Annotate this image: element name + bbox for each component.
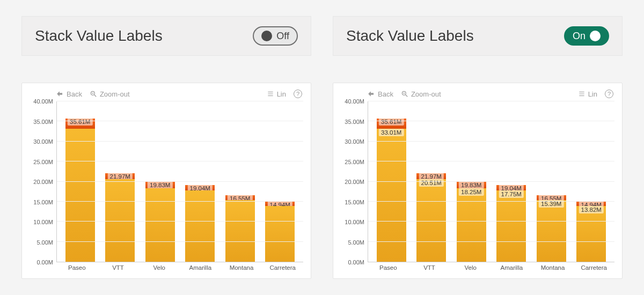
total-label: 35.61M — [379, 118, 404, 126]
y-tick: 35.00M — [33, 119, 53, 125]
x-tick: Amarilla — [491, 264, 532, 271]
bar-segment-top: 35.61M — [65, 119, 95, 129]
zoom-out-button[interactable]: Zoom-out — [90, 90, 130, 98]
x-tick: Carretera — [573, 264, 614, 271]
y-tick: 10.00M — [33, 219, 53, 225]
bar-slot: 21.97M20.51M — [412, 173, 452, 262]
back-button[interactable]: Back — [368, 90, 393, 98]
bar-segment-top: 19.04M — [185, 185, 215, 190]
y-tick: 30.00M — [33, 138, 53, 145]
gridline — [368, 161, 614, 161]
bar[interactable]: 21.97M — [105, 173, 135, 262]
back-button[interactable]: Back — [56, 90, 82, 98]
help-button[interactable]: ? — [605, 90, 613, 98]
plot-area[interactable]: 35.61M33.01M21.97M20.51M19.83M18.25M19.0… — [368, 101, 614, 262]
y-tick: 35.00M — [345, 119, 364, 125]
bar-slot: 19.04M17.75M — [492, 185, 532, 262]
gridline — [57, 101, 303, 101]
bar[interactable]: 19.83M18.25M — [457, 182, 486, 262]
y-tick: 25.00M — [33, 159, 53, 165]
back-label: Back — [67, 90, 82, 98]
list-icon — [267, 90, 274, 98]
y-tick: 40.00M — [33, 98, 53, 105]
bar[interactable]: 16.55M — [225, 195, 255, 262]
stack-value-labels-toggle[interactable]: Off — [253, 26, 298, 46]
scale-toggle[interactable]: Lin — [578, 90, 597, 98]
gridline — [368, 181, 614, 182]
back-arrow-icon — [368, 90, 375, 98]
toggle-title: Stack Value Labels — [35, 27, 163, 45]
x-tick: Amarilla — [180, 264, 221, 271]
x-tick: Velo — [450, 264, 491, 271]
back-arrow-icon — [56, 90, 64, 98]
list-icon — [578, 90, 586, 98]
bar[interactable]: 21.97M20.51M — [416, 173, 446, 262]
gridline — [57, 221, 303, 222]
bar-segment-bottom — [145, 188, 175, 262]
toggle-title: Stack Value Labels — [346, 27, 474, 45]
svg-line-4 — [406, 95, 408, 97]
y-tick: 5.00M — [348, 239, 364, 246]
scale-label: Lin — [588, 90, 597, 98]
x-axis: PaseoVTTVeloAmarillaMontanaCarretera — [30, 264, 303, 271]
bar-slot: 21.97M — [100, 173, 141, 262]
bar-segment-top: 14.94M — [265, 202, 295, 206]
bar[interactable]: 35.61M33.01M — [377, 119, 406, 262]
stack-label: 33.01M — [379, 129, 404, 136]
y-tick: 30.00M — [345, 138, 364, 145]
bar[interactable]: 19.04M — [185, 185, 215, 262]
bar-segment-bottom: 20.51M — [416, 179, 446, 262]
bar[interactable]: 14.94M13.82M — [576, 202, 606, 262]
chart-plot: 0.00M5.00M10.00M15.00M20.00M25.00M30.00M… — [30, 101, 303, 262]
toggle-state-label: On — [573, 31, 586, 42]
zoom-out-label: Zoom-out — [100, 90, 130, 98]
chart-toolbar: Back Zoom-out Lin ? — [341, 88, 614, 101]
zoom-out-label: Zoom-out — [411, 90, 441, 98]
y-tick: 10.00M — [345, 219, 364, 225]
zoom-out-button[interactable]: Zoom-out — [401, 90, 441, 98]
bar-segment-bottom — [65, 129, 95, 262]
bar-segment-bottom — [225, 200, 255, 262]
gridline — [368, 221, 614, 222]
bar[interactable]: 35.61M — [65, 119, 95, 262]
bar[interactable]: 19.83M — [145, 182, 175, 262]
gridline — [368, 141, 614, 142]
plot-area[interactable]: 35.61M21.97M19.83M19.04M16.55M14.94M — [56, 101, 303, 262]
scale-label: Lin — [277, 90, 286, 98]
gridline — [368, 121, 614, 121]
bar-segment-top: 16.55M — [537, 195, 566, 200]
bar-slot: 19.83M — [140, 182, 180, 262]
bar[interactable]: 16.55M15.39M — [537, 195, 566, 262]
bar-segment-top: 21.97M — [416, 173, 446, 179]
chart-plot: 0.00M5.00M10.00M15.00M20.00M25.00M30.00M… — [341, 101, 614, 262]
bar[interactable]: 19.04M17.75M — [496, 185, 526, 262]
gridline — [368, 101, 614, 101]
gridline — [57, 181, 303, 182]
y-tick: 25.00M — [345, 159, 364, 165]
y-tick: 40.00M — [345, 98, 364, 105]
y-tick: 0.00M — [36, 259, 53, 266]
x-tick: Montana — [221, 264, 262, 271]
stack-value-labels-toggle[interactable]: On — [564, 26, 609, 46]
svg-line-1 — [94, 95, 97, 97]
help-button[interactable]: ? — [294, 90, 302, 98]
bar-slot: 35.61M — [60, 119, 100, 262]
bar-slot: 16.55M15.39M — [531, 195, 572, 262]
gridline — [57, 141, 303, 142]
bar-segment-top: 16.55M — [225, 195, 255, 200]
scale-toggle[interactable]: Lin — [267, 90, 286, 98]
bar-segment-top: 35.61M — [377, 119, 406, 129]
bar-slot: 16.55M — [220, 195, 260, 262]
gridline — [57, 161, 303, 161]
bar-slot: 14.94M — [260, 202, 301, 262]
bar-slot: 14.94M13.82M — [572, 202, 612, 262]
bar-segment-bottom — [265, 206, 295, 262]
x-tick: Carretera — [262, 264, 303, 271]
back-label: Back — [378, 90, 393, 98]
bar[interactable]: 14.94M — [265, 202, 295, 262]
y-tick: 20.00M — [345, 179, 364, 185]
bar-segment-top: 21.97M — [105, 173, 135, 179]
bar-segment-top: 19.83M — [457, 182, 486, 188]
y-tick: 15.00M — [33, 199, 53, 205]
zoom-out-icon — [90, 90, 97, 98]
